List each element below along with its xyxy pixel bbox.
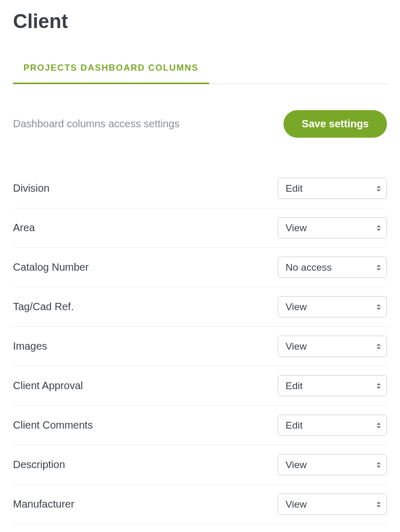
access-select-wrap: EditViewNo access (278, 375, 387, 396)
access-select[interactable]: EditViewNo access (278, 257, 387, 278)
setting-label: Area (13, 222, 35, 234)
setting-row: Product NameEditViewNo access (13, 524, 387, 532)
setting-label: Division (13, 182, 49, 194)
tabs: PROJECTS DASHBOARD COLUMNS (13, 54, 387, 84)
access-select-wrap: EditViewNo access (278, 494, 387, 515)
settings-list: DivisionEditViewNo accessAreaEditViewNo … (13, 169, 387, 532)
setting-label: Description (13, 459, 65, 471)
setting-row: DescriptionEditViewNo access (13, 445, 387, 485)
setting-row: ManufacturerEditViewNo access (13, 485, 387, 524)
setting-label: Manufacturer (13, 498, 74, 510)
setting-label: Catalog Number (13, 261, 89, 273)
access-select[interactable]: EditViewNo access (278, 375, 387, 396)
access-select-wrap: EditViewNo access (278, 454, 387, 475)
access-select-wrap: EditViewNo access (278, 217, 387, 238)
tab-projects-dashboard-columns[interactable]: PROJECTS DASHBOARD COLUMNS (13, 54, 209, 84)
page-title: Client (13, 10, 387, 33)
setting-label: Client Approval (13, 380, 83, 392)
access-select[interactable]: EditViewNo access (278, 336, 387, 357)
access-select-wrap: EditViewNo access (278, 257, 387, 278)
access-select-wrap: EditViewNo access (278, 178, 387, 199)
setting-row: ImagesEditViewNo access (13, 327, 387, 366)
access-select[interactable]: EditViewNo access (278, 415, 387, 436)
access-select-wrap: EditViewNo access (278, 415, 387, 436)
setting-row: Tag/Cad Ref.EditViewNo access (13, 287, 387, 327)
setting-label: Images (13, 340, 47, 352)
access-select[interactable]: EditViewNo access (278, 494, 387, 515)
setting-row: AreaEditViewNo access (13, 208, 387, 248)
access-select[interactable]: EditViewNo access (278, 296, 387, 317)
setting-label: Client Comments (13, 419, 93, 431)
header-row: Dashboard columns access settings Save s… (13, 110, 387, 138)
setting-label: Tag/Cad Ref. (13, 301, 74, 313)
access-select-wrap: EditViewNo access (278, 296, 387, 317)
setting-row: Client CommentsEditViewNo access (13, 406, 387, 445)
save-settings-button[interactable]: Save settings (283, 110, 387, 138)
access-select[interactable]: EditViewNo access (278, 217, 387, 238)
access-select[interactable]: EditViewNo access (278, 454, 387, 475)
access-select[interactable]: EditViewNo access (278, 178, 387, 199)
settings-header-label: Dashboard columns access settings (13, 118, 179, 130)
setting-row: Catalog NumberEditViewNo access (13, 248, 387, 287)
access-select-wrap: EditViewNo access (278, 336, 387, 357)
setting-row: Client ApprovalEditViewNo access (13, 366, 387, 406)
setting-row: DivisionEditViewNo access (13, 169, 387, 208)
